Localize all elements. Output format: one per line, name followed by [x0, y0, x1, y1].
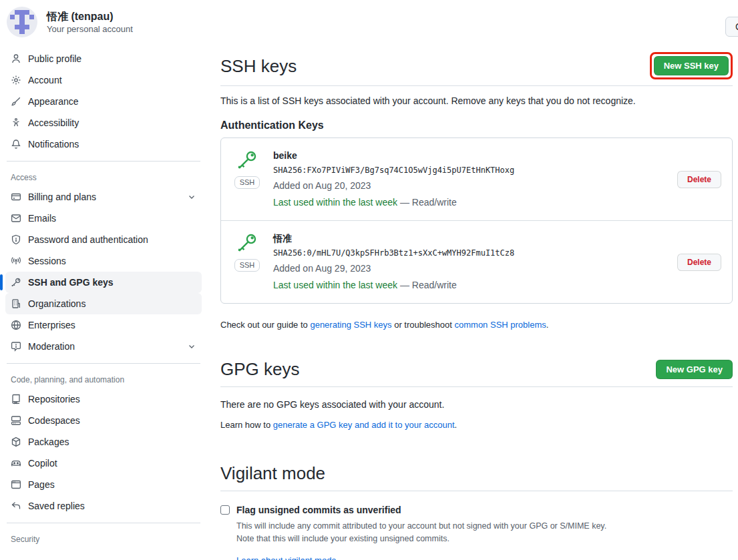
sidebar-item-organizations[interactable]: Organizations	[5, 293, 202, 314]
broadcast-icon	[11, 256, 21, 266]
ssh-badge: SSH	[234, 176, 260, 189]
sidebar-item-saved-replies[interactable]: Saved replies	[5, 495, 202, 517]
sidebar-item-appearance[interactable]: Appearance	[5, 91, 202, 112]
new-ssh-key-button[interactable]: New SSH key	[654, 56, 729, 75]
ssh-guide-note: Check out our guide to generating SSH ke…	[220, 320, 733, 330]
ssh-key-fingerprint: SHA256:FXo7PIViWF3/Bg7sq74C1O5wVjg4i5pU7…	[273, 164, 667, 176]
sidebar-item-billing-and-plans[interactable]: Billing and plans	[5, 186, 202, 208]
reply-icon	[11, 501, 21, 511]
vigilant-description: This will include any commit attributed …	[236, 520, 733, 545]
gpg-keys-title: GPG keys	[220, 358, 299, 380]
gear-icon	[11, 75, 21, 85]
sidebar-item-packages[interactable]: Packages	[5, 431, 202, 453]
vigilant-checkbox-label: Flag unsigned commits as unverified	[236, 504, 401, 517]
ssh-keys-description: This is a list of SSH keys associated wi…	[220, 95, 733, 106]
sidebar-item-sessions[interactable]: Sessions	[5, 250, 202, 272]
delete-ssh-key-button[interactable]: Delete	[677, 171, 721, 188]
ssh-key-name: 悟准	[273, 232, 667, 245]
divider	[7, 523, 200, 523]
delete-ssh-key-button[interactable]: Delete	[677, 254, 721, 271]
avatar[interactable]	[7, 7, 37, 37]
ssh-key-row: SSH beike SHA256:FXo7PIViWF3/Bg7sq74C1O5…	[221, 138, 732, 220]
sidebar-item-pages[interactable]: Pages	[5, 474, 202, 495]
copilot-icon	[11, 458, 21, 469]
sidebar-item-notifications[interactable]: Notifications	[5, 133, 202, 155]
divider	[7, 161, 200, 162]
accessibility-icon	[11, 117, 21, 128]
ssh-key-fingerprint: SHA256:0/mHL7U/Q3kpSFHrb3Btz1+sXxC+wMYH9…	[273, 247, 667, 259]
ssh-key-name: beike	[273, 149, 667, 162]
sidebar-item-ssh-and-gpg-keys[interactable]: SSH and GPG keys	[5, 272, 202, 293]
divider	[7, 363, 200, 364]
sidebar-item-accessibility[interactable]: Accessibility	[5, 112, 202, 133]
key-icon	[11, 277, 21, 288]
profile-name: 悟准 (tenpau)	[47, 10, 133, 24]
flag-unsigned-commits-checkbox[interactable]	[220, 505, 230, 515]
sidebar-item-enterprises[interactable]: Enterprises	[5, 314, 202, 336]
sidebar-section-security: Security	[5, 529, 202, 548]
sidebar-item-account[interactable]: Account	[5, 69, 202, 91]
ssh-key-added-date: Added on Aug 20, 2023	[273, 179, 667, 193]
gpg-empty-text: There are no GPG keys associated with yo…	[220, 399, 733, 410]
codespaces-icon	[11, 415, 21, 426]
ssh-key-last-used: Last used within the last week — Read/wr…	[273, 278, 667, 292]
authentication-keys-heading: Authentication Keys	[220, 119, 733, 131]
learn-about-vigilant-mode-link[interactable]: Learn about vigilant mode.	[236, 555, 339, 560]
generate-gpg-key-link[interactable]: generate a GPG key and add it to your ac…	[273, 420, 455, 430]
sidebar-item-moderation[interactable]: Moderation	[5, 336, 202, 357]
ssh-badge: SSH	[234, 259, 260, 272]
gpg-learn-note: Learn how to generate a GPG key and add …	[220, 420, 733, 430]
sidebar-section-access: Access	[5, 168, 202, 186]
generating-ssh-keys-link[interactable]: generating SSH keys	[310, 320, 391, 330]
chevron-down-icon	[187, 342, 196, 351]
profile-header: 悟准 (tenpau) Your personal account	[5, 5, 202, 48]
paintbrush-icon	[11, 96, 21, 107]
common-ssh-problems-link[interactable]: common SSH problems	[455, 320, 546, 330]
vigilant-learn-link-wrap: Learn about vigilant mode.	[236, 555, 733, 560]
globe-icon	[11, 320, 21, 330]
profile-subtitle: Your personal account	[47, 24, 133, 34]
vigilant-mode-title: Vigilant mode	[220, 462, 325, 485]
vigilant-mode-header: Vigilant mode	[220, 462, 733, 491]
sidebar-item-password-and-authentication[interactable]: Password and authentication	[5, 229, 202, 250]
gpg-keys-header: GPG keys New GPG key	[220, 358, 733, 387]
ssh-keys-list: SSH beike SHA256:FXo7PIViWF3/Bg7sq74C1O5…	[220, 137, 733, 304]
sidebar-item-copilot[interactable]: Copilot	[5, 453, 202, 474]
credit-card-icon	[11, 192, 21, 202]
ssh-key-icon	[236, 149, 258, 172]
bell-icon	[11, 139, 21, 150]
new-gpg-key-button[interactable]: New GPG key	[656, 360, 733, 379]
sidebar-item-emails[interactable]: Emails	[5, 208, 202, 229]
sidebar-item-codespaces[interactable]: Codespaces	[5, 410, 202, 431]
settings-sidebar: 悟准 (tenpau) Your personal account Public…	[0, 0, 208, 548]
sidebar-section-code-planning-automation: Code, planning, and automation	[5, 370, 202, 388]
sidebar-item-public-profile[interactable]: Public profile	[5, 48, 202, 69]
ssh-keys-title: SSH keys	[220, 55, 297, 77]
ssh-key-last-used: Last used within the last week — Read/wr…	[273, 196, 667, 210]
ssh-key-row: SSH 悟准 SHA256:0/mHL7U/Q3kpSFHrb3Btz1+sXx…	[221, 220, 732, 303]
ssh-key-icon	[236, 232, 258, 254]
ssh-key-added-date: Added on Aug 29, 2023	[273, 262, 667, 276]
go-to-profile-button[interactable]: G	[725, 17, 738, 37]
report-icon	[11, 341, 21, 352]
browser-icon	[11, 479, 21, 490]
mail-icon	[11, 213, 21, 224]
shield-lock-icon	[11, 234, 21, 245]
settings-main: SSH keys New SSH key This is a list of S…	[220, 52, 733, 560]
chevron-down-icon	[187, 192, 196, 202]
person-icon	[11, 53, 21, 64]
repo-icon	[11, 394, 21, 404]
sidebar-item-repositories[interactable]: Repositories	[5, 388, 202, 410]
annotation-box: New SSH key	[650, 52, 733, 79]
package-icon	[11, 437, 21, 447]
organization-icon	[11, 298, 21, 309]
ssh-keys-header: SSH keys New SSH key	[220, 52, 733, 86]
vigilant-checkbox-row: Flag unsigned commits as unverified	[220, 504, 733, 517]
